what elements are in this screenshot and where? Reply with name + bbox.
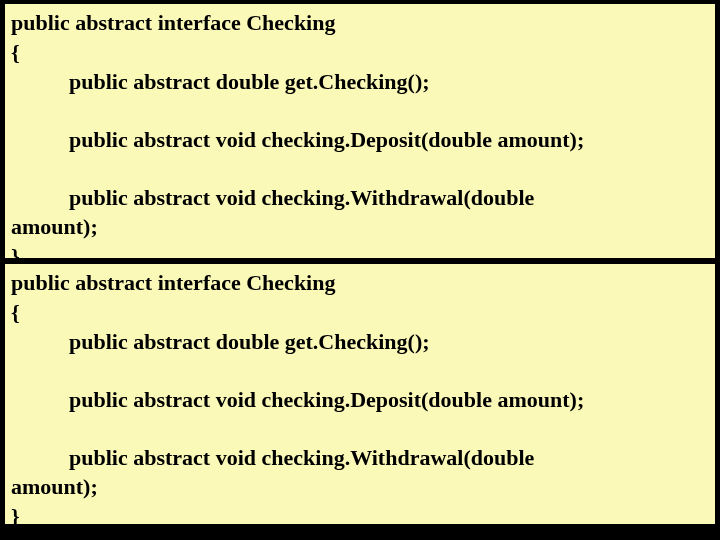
brace-open: { xyxy=(11,38,709,68)
method-deposit: public abstract void checking.Deposit(do… xyxy=(11,385,709,415)
brace-close: } xyxy=(11,242,709,260)
method-withdrawal-line2: amount); xyxy=(11,212,709,242)
blank-line xyxy=(11,357,709,385)
code-block-1: public abstract interface Checking { pub… xyxy=(3,2,717,260)
brace-close: } xyxy=(11,502,709,526)
method-withdrawal-line1: public abstract void checking.Withdrawal… xyxy=(11,183,709,213)
blank-line xyxy=(11,415,709,443)
interface-signature: public abstract interface Checking xyxy=(11,8,709,38)
method-withdrawal-line1: public abstract void checking.Withdrawal… xyxy=(11,443,709,473)
method-getchecking: public abstract double get.Checking(); xyxy=(11,67,709,97)
code-block-2: public abstract interface Checking { pub… xyxy=(3,262,717,526)
blank-line xyxy=(11,97,709,125)
blank-line xyxy=(11,155,709,183)
method-getchecking: public abstract double get.Checking(); xyxy=(11,327,709,357)
method-withdrawal-line2: amount); xyxy=(11,472,709,502)
method-deposit: public abstract void checking.Deposit(do… xyxy=(11,125,709,155)
brace-open: { xyxy=(11,298,709,328)
interface-signature: public abstract interface Checking xyxy=(11,268,709,298)
